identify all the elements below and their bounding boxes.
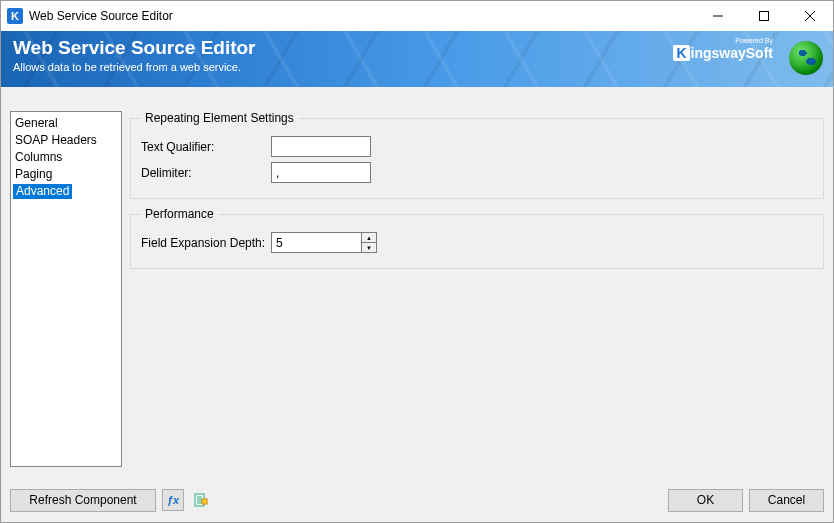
globe-icon — [789, 41, 823, 75]
maximize-button[interactable] — [741, 1, 787, 31]
text-qualifier-label: Text Qualifier: — [141, 140, 271, 154]
ok-button[interactable]: OK — [668, 489, 743, 512]
repeating-legend: Repeating Element Settings — [141, 111, 298, 125]
content-area: General SOAP Headers Columns Paging Adva… — [0, 86, 834, 477]
delimiter-label: Delimiter: — [141, 166, 271, 180]
sidebar-item-columns[interactable]: Columns — [13, 150, 64, 164]
field-expansion-spinner[interactable]: ▲ ▼ — [271, 232, 377, 253]
brand-logo: Powered By K ingswaySoft — [673, 45, 773, 61]
performance-group: Performance Field Expansion Depth: ▲ ▼ — [130, 207, 824, 269]
footer-bar: Refresh Component ƒx OK Cancel — [0, 477, 834, 523]
spinner-down-button[interactable]: ▼ — [362, 243, 376, 252]
delimiter-input[interactable] — [271, 162, 371, 183]
repeating-element-settings-group: Repeating Element Settings Text Qualifie… — [130, 111, 824, 199]
banner-subtitle: Allows data to be retrieved from a web s… — [13, 61, 821, 73]
brand-text: ingswaySoft — [691, 45, 773, 61]
cancel-button[interactable]: Cancel — [749, 489, 824, 512]
powered-by-label: Powered By — [735, 37, 773, 44]
sidebar-item-soap-headers[interactable]: SOAP Headers — [13, 133, 99, 147]
field-expansion-value[interactable] — [271, 232, 361, 253]
close-button[interactable] — [787, 1, 833, 31]
nav-sidebar: General SOAP Headers Columns Paging Adva… — [10, 111, 122, 467]
minimize-button[interactable] — [695, 1, 741, 31]
fx-expression-button[interactable]: ƒx — [162, 489, 184, 511]
app-icon: K — [7, 8, 23, 24]
header-banner: Web Service Source Editor Allows data to… — [1, 31, 833, 87]
refresh-component-button[interactable]: Refresh Component — [10, 489, 156, 512]
svg-rect-9 — [202, 499, 207, 504]
spinner-up-button[interactable]: ▲ — [362, 233, 376, 243]
window-title: Web Service Source Editor — [29, 9, 695, 23]
sidebar-item-paging[interactable]: Paging — [13, 167, 54, 181]
svg-rect-1 — [760, 12, 769, 21]
title-bar: K Web Service Source Editor — [1, 1, 833, 31]
main-panel: Repeating Element Settings Text Qualifie… — [130, 111, 824, 467]
brand-k: K — [673, 45, 689, 61]
document-icon-button[interactable] — [190, 489, 212, 511]
performance-legend: Performance — [141, 207, 218, 221]
field-expansion-label: Field Expansion Depth: — [141, 236, 271, 250]
sidebar-item-advanced[interactable]: Advanced — [13, 184, 72, 199]
sidebar-item-general[interactable]: General — [13, 116, 60, 130]
text-qualifier-input[interactable] — [271, 136, 371, 157]
